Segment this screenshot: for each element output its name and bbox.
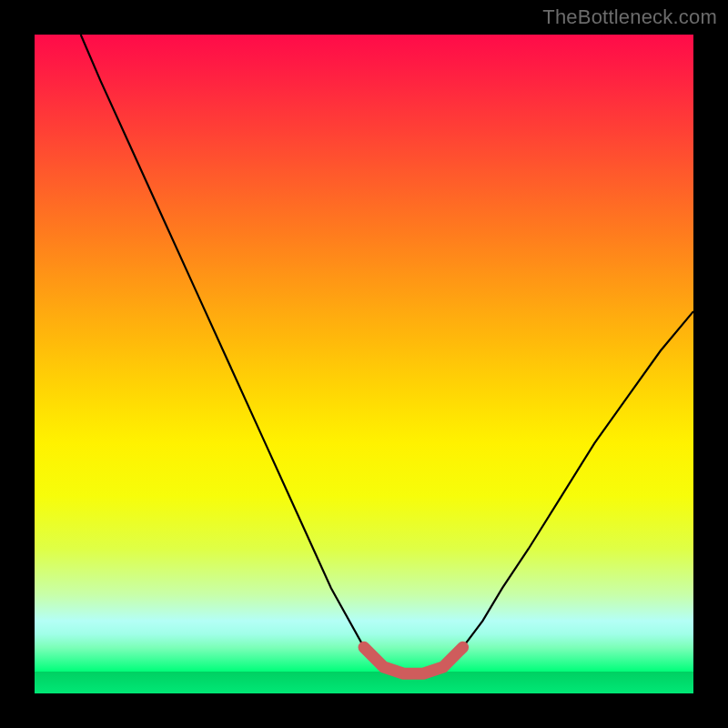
optimal-region-highlight bbox=[364, 647, 463, 673]
chart-frame: TheBottleneck.com bbox=[0, 0, 728, 728]
chart-svg bbox=[35, 35, 693, 693]
plot-area bbox=[35, 35, 693, 693]
bottleneck-curve bbox=[81, 35, 693, 673]
watermark-text: TheBottleneck.com bbox=[542, 5, 717, 29]
